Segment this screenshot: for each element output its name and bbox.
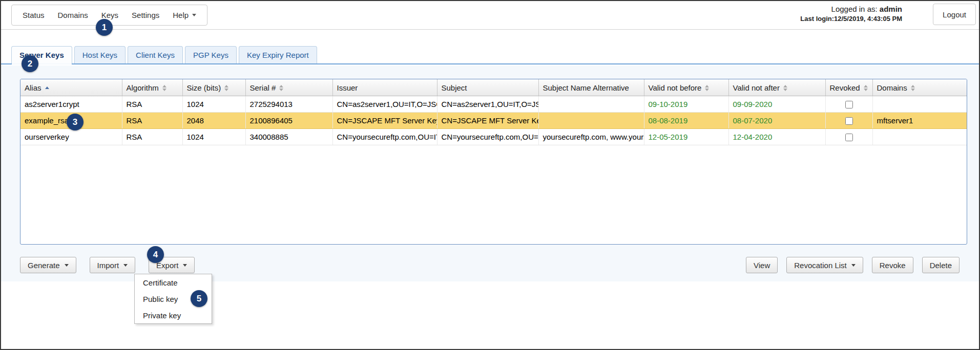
chevron-down-icon xyxy=(851,264,856,267)
cell-issuer: CN=yoursecureftp.com,OU=IT,C xyxy=(332,128,437,145)
revoked-checkbox[interactable] xyxy=(845,134,853,141)
keys-table-container: AliasAlgorithmSize (bits)Serial #IssuerS… xyxy=(20,79,967,245)
cell-domains: mftserver1 xyxy=(872,112,967,128)
cell-valid-not-before: 09-10-2019 xyxy=(644,96,728,112)
cell-algorithm: RSA xyxy=(122,112,182,128)
button-label: Generate xyxy=(28,261,60,270)
sort-icon[interactable] xyxy=(279,85,283,91)
cell-domains xyxy=(872,96,967,112)
cell-issuer: CN=as2server1,OU=IT,O=JSCA xyxy=(332,96,437,112)
annotation-badge-4: 4 xyxy=(147,246,164,263)
column-header-label: Serial # xyxy=(250,83,276,92)
annotation-badge-5: 5 xyxy=(191,290,207,307)
import-button[interactable]: Import xyxy=(90,257,136,273)
column-header-label: Domains xyxy=(877,83,907,92)
menu-item-settings[interactable]: Settings xyxy=(125,11,166,19)
sort-icon[interactable] xyxy=(224,85,228,91)
app-window: StatusDomainsKeysSettingsHelp Logged in … xyxy=(0,0,980,350)
menu-item-label: Domains xyxy=(58,11,88,19)
button-label: Import xyxy=(97,261,119,270)
export-menu-item-certificate[interactable]: Certificate xyxy=(135,274,212,291)
tab-server-keys[interactable]: Server Keys xyxy=(11,46,72,63)
column-header-subject[interactable]: Subject xyxy=(437,79,538,96)
table-header-row: AliasAlgorithmSize (bits)Serial #IssuerS… xyxy=(20,79,967,96)
column-header-label: Alias xyxy=(25,83,41,92)
cell-subject-name-alternative: yoursecureftp.com, www.yourse xyxy=(538,128,644,145)
toolbar-right: ViewRevocation ListRevokeDelete xyxy=(746,257,960,273)
export-menu-item-private-key[interactable]: Private key xyxy=(135,307,212,323)
button-label: Revocation List xyxy=(794,261,847,270)
menu-item-label: Keys xyxy=(101,11,118,19)
menu-item-status[interactable]: Status xyxy=(16,11,51,19)
cell-alias: ourserverkey xyxy=(20,128,122,145)
cell-algorithm: RSA xyxy=(122,96,182,112)
toolbar-left: GenerateImportExport xyxy=(20,257,195,273)
sort-icon[interactable] xyxy=(911,85,915,91)
cell-subject: CN=JSCAPE MFT Server Key,C xyxy=(437,112,538,128)
column-header-serial[interactable]: Serial # xyxy=(245,79,332,96)
menu-item-domains[interactable]: Domains xyxy=(51,11,95,19)
generate-button[interactable]: Generate xyxy=(20,257,76,273)
annotation-badge-2: 2 xyxy=(22,55,38,72)
cell-subject-name-alternative xyxy=(538,96,644,112)
column-header-issuer[interactable]: Issuer xyxy=(332,79,437,96)
column-header-label: Valid not before xyxy=(649,83,702,92)
cell-subject: CN=yoursecureftp.com,OU=IT,C xyxy=(437,128,538,145)
column-header-size-bits[interactable]: Size (bits) xyxy=(182,79,245,96)
sort-icon[interactable] xyxy=(783,85,787,91)
annotation-badge-1: 1 xyxy=(96,19,113,36)
button-label: Revoke xyxy=(880,261,906,270)
cell-valid-not-before: 12-05-2019 xyxy=(644,128,728,145)
chevron-down-icon xyxy=(65,264,69,267)
menu-item-keys[interactable]: Keys xyxy=(95,11,125,19)
column-header-valid-not-before[interactable]: Valid not before xyxy=(644,79,728,96)
cell-revoked xyxy=(825,112,872,128)
cell-valid-not-after: 09-09-2020 xyxy=(728,96,825,112)
column-header-domains[interactable]: Domains xyxy=(872,79,967,96)
login-info: Logged in as: admin Last login:12/5/2019… xyxy=(800,5,902,23)
sort-icon[interactable] xyxy=(162,85,166,91)
cell-issuer: CN=JSCAPE MFT Server Key,C xyxy=(332,112,437,128)
column-header-alias[interactable]: Alias xyxy=(20,79,122,96)
table-row[interactable]: example_rsaRSA20482100896405CN=JSCAPE MF… xyxy=(20,112,967,128)
tab-host-keys[interactable]: Host Keys xyxy=(74,46,126,63)
tab-pgp-keys[interactable]: PGP Keys xyxy=(185,46,237,63)
column-header-label: Algorithm xyxy=(127,83,159,92)
menu-item-help[interactable]: Help xyxy=(166,11,203,19)
sort-ascending-icon[interactable] xyxy=(45,86,49,89)
column-header-valid-not-after[interactable]: Valid not after xyxy=(728,79,825,96)
cell-valid-not-before: 08-08-2019 xyxy=(644,112,728,128)
cell-serial: 2100896405 xyxy=(245,112,332,128)
column-header-label: Revoked xyxy=(830,83,860,92)
button-label: Export xyxy=(156,261,178,270)
revoke-button[interactable]: Revoke xyxy=(872,257,913,273)
cell-domains xyxy=(872,128,967,145)
revoked-checkbox[interactable] xyxy=(845,117,853,125)
sort-icon[interactable] xyxy=(864,85,868,91)
chevron-down-icon xyxy=(123,264,128,267)
table-row[interactable]: as2server1cryptRSA10242725294013CN=as2se… xyxy=(20,96,967,112)
revocation-list-button[interactable]: Revocation List xyxy=(786,257,863,273)
chevron-down-icon xyxy=(183,264,187,267)
delete-button[interactable]: Delete xyxy=(922,257,960,273)
view-button[interactable]: View xyxy=(746,257,778,273)
cell-revoked xyxy=(825,96,872,112)
cell-subject: CN=as2server1,OU=IT,O=JSCA xyxy=(437,96,538,112)
sort-icon[interactable] xyxy=(705,85,709,91)
cell-serial: 340008885 xyxy=(245,128,332,145)
column-header-revoked[interactable]: Revoked xyxy=(825,79,872,96)
column-header-algorithm[interactable]: Algorithm xyxy=(122,79,182,96)
column-header-label: Issuer xyxy=(337,83,358,92)
cell-valid-not-after: 08-07-2020 xyxy=(728,112,825,128)
column-header-subject-name-alternative[interactable]: Subject Name Alternative xyxy=(538,79,644,96)
cell-size-bits: 1024 xyxy=(182,96,245,112)
cell-alias: as2server1crypt xyxy=(20,96,122,112)
tab-client-keys[interactable]: Client Keys xyxy=(128,46,183,63)
logged-in-user: admin xyxy=(880,5,902,13)
button-label: Delete xyxy=(930,261,952,270)
tab-key-expiry-report[interactable]: Key Expiry Report xyxy=(239,46,317,63)
logout-button[interactable]: Logout xyxy=(933,4,976,25)
button-label: View xyxy=(754,261,770,270)
revoked-checkbox[interactable] xyxy=(845,101,853,108)
table-row[interactable]: ourserverkeyRSA1024340008885CN=yoursecur… xyxy=(20,128,967,145)
